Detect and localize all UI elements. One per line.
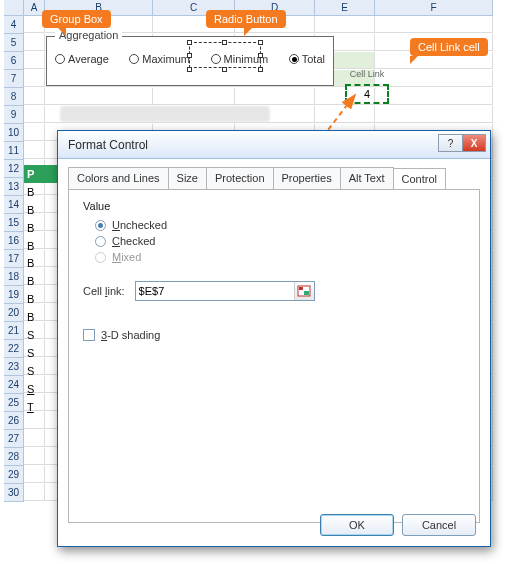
dialog-title: Format Control [68,138,148,152]
3d-shading-label: 3-D shading [101,329,160,341]
cell[interactable] [375,70,493,87]
row-14[interactable]: 14 [4,196,24,214]
col-F[interactable]: F [375,0,493,16]
tab-colors-lines[interactable]: Colors and Lines [68,167,169,189]
sheet-col-B-slice: P BBBBBBBBSSSST [24,165,57,415]
row-23[interactable]: 23 [4,358,24,376]
cell[interactable] [24,52,45,69]
value-mixed: Mixed [83,249,465,265]
row-28[interactable]: 28 [4,448,24,466]
row-22[interactable]: 22 [4,340,24,358]
row-5[interactable]: 5 [4,34,24,52]
cell[interactable] [375,16,493,33]
radio-maximum[interactable]: Maximum [129,53,190,65]
radio-minimum[interactable]: Minimum [211,53,269,65]
row-7[interactable]: 7 [4,70,24,88]
cell[interactable] [24,448,45,465]
sheet-data-cell[interactable]: B [24,272,57,290]
row-4[interactable]: 4 [4,16,24,34]
row-12[interactable]: 12 [4,160,24,178]
dialog-body: Value Unchecked Checked Mixed Cell link:… [68,189,480,523]
cell[interactable] [24,430,45,447]
cell[interactable] [235,88,315,105]
value-checked[interactable]: Checked [83,233,465,249]
opt-rest: ixed [121,251,141,263]
row-24[interactable]: 24 [4,376,24,394]
row-6[interactable]: 6 [4,52,24,70]
row-13[interactable]: 13 [4,178,24,196]
row-26[interactable]: 26 [4,412,24,430]
cell-link-cell[interactable]: Cell Link 4 [347,73,387,104]
sheet-data-cell[interactable]: B [24,219,57,237]
cell[interactable] [24,142,45,159]
cancel-button[interactable]: Cancel [402,514,476,536]
radio-label: Minimum [224,53,269,65]
sheet-data-cell[interactable]: B [24,254,57,272]
sheet-data-cell[interactable]: B [24,237,57,255]
cell[interactable] [24,466,45,483]
sheet-data-cell[interactable]: S [24,344,57,362]
radio-average[interactable]: Average [55,53,109,65]
cell-link-input[interactable] [136,285,294,297]
3d-shading-checkbox[interactable] [83,329,95,341]
callout-radiobutton: Radio Button [206,10,286,28]
sheet-data-cell[interactable]: S [24,380,57,398]
row-27[interactable]: 27 [4,430,24,448]
row-8[interactable]: 8 [4,88,24,106]
row-16[interactable]: 16 [4,232,24,250]
row-10[interactable]: 10 [4,124,24,142]
sheet-data-cell[interactable]: S [24,362,57,380]
dialog-titlebar[interactable]: Format Control ? X [58,131,490,159]
cell[interactable] [24,484,45,501]
row-11[interactable]: 11 [4,142,24,160]
sheet-data-cell[interactable]: B [24,201,57,219]
close-button[interactable]: X [462,134,486,152]
value-unchecked[interactable]: Unchecked [83,217,465,233]
row-15[interactable]: 15 [4,214,24,232]
tab-size[interactable]: Size [168,167,207,189]
aggregation-groupbox: Aggregation Average Maximum Minimum Tota… [46,36,334,86]
cell-link-value: 4 [345,84,389,104]
row-18[interactable]: 18 [4,268,24,286]
sheet-data-cell[interactable]: B [24,290,57,308]
row-17[interactable]: 17 [4,250,24,268]
cell[interactable] [375,88,493,105]
cell[interactable] [24,88,45,105]
row-25[interactable]: 25 [4,394,24,412]
cell[interactable] [24,70,45,87]
row-21[interactable]: 21 [4,322,24,340]
row-30[interactable]: 30 [4,484,24,502]
cell[interactable] [375,106,493,123]
opt-rest: hecked [120,235,155,247]
tab-protection[interactable]: Protection [206,167,274,189]
sheet-data-cell[interactable]: S [24,326,57,344]
row-19[interactable]: 19 [4,286,24,304]
col-E[interactable]: E [315,0,375,16]
cell[interactable] [24,34,45,51]
tab-properties[interactable]: Properties [273,167,341,189]
cell[interactable] [24,106,45,123]
sheet-data-cell[interactable]: B [24,183,57,201]
accel: U [112,219,120,231]
row-20[interactable]: 20 [4,304,24,322]
cell[interactable] [315,16,375,33]
row-9[interactable]: 9 [4,106,24,124]
radio-label: Maximum [142,53,190,65]
cell-link-input-wrap [135,281,315,301]
row-29[interactable]: 29 [4,466,24,484]
cell[interactable] [315,106,375,123]
help-button[interactable]: ? [438,134,462,152]
tab-alt-text[interactable]: Alt Text [340,167,394,189]
sheet-header-cell: P [24,165,57,183]
range-picker-icon[interactable] [294,282,314,300]
svg-rect-2 [304,291,309,295]
cell-link-small-label: Cell Link [347,69,387,79]
sheet-data-cell[interactable]: T [24,398,57,416]
cell[interactable] [24,124,45,141]
ok-button[interactable]: OK [320,514,394,536]
sheet-data-cell[interactable]: B [24,308,57,326]
cell[interactable] [45,88,153,105]
tab-control[interactable]: Control [393,168,446,190]
radio-total[interactable]: Total [289,53,325,65]
cell[interactable] [153,88,235,105]
